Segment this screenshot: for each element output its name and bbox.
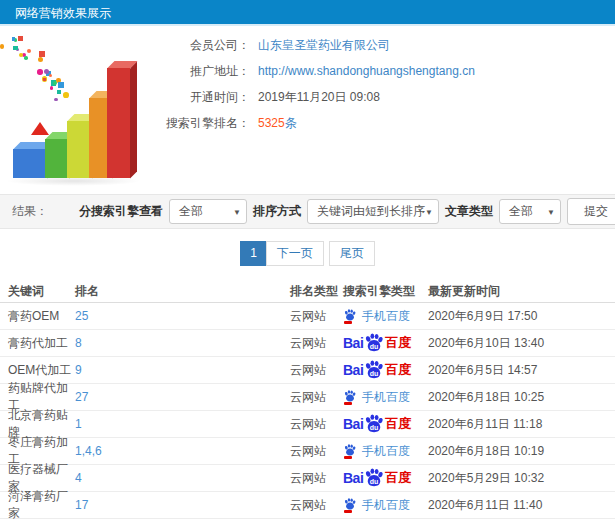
article-type-value: 全部: [509, 204, 533, 218]
confetti-dot: [54, 98, 57, 101]
keyword-rank-table: 关键词 排名 排名类型 搜索引擎类型 最新更新时间 膏药OEM 25 云网站: [0, 280, 615, 519]
svg-text:du: du: [370, 477, 379, 484]
baidu-paw-icon: [343, 309, 357, 321]
page-title: 网络营销效果展示: [15, 6, 111, 20]
info-row-company: 会员公司： 山东皇圣堂药业有限公司: [158, 32, 475, 58]
update-time-text: 2020年6月18日 10:19: [428, 444, 544, 458]
rank-type-text: 云网站: [290, 363, 326, 377]
title-bar: 网络营销效果展示: [0, 0, 615, 26]
baidu-paw-icon: du: [364, 360, 384, 379]
sort-value: 关键词由短到长排序: [317, 204, 425, 218]
chevron-down-icon: ▼: [425, 200, 433, 225]
confetti-dot: [27, 49, 31, 53]
company-link[interactable]: 山东皇圣堂药业有限公司: [258, 32, 390, 58]
table-row: 医疗器械厂家 4 云网站 Bai du 百度 2020年5月29日 10:32: [0, 465, 615, 492]
open-time-value: 2019年11月20日 09:08: [258, 84, 380, 110]
column-header-keyword: 关键词: [0, 283, 75, 300]
table-row: 北京膏药贴牌 1 云网站 Bai du 百度 2020年6月11日 11:18: [0, 411, 615, 438]
confetti-dot: [57, 90, 61, 94]
rank-link[interactable]: 9: [75, 363, 82, 377]
rank-link[interactable]: 17: [75, 498, 88, 512]
sort-select[interactable]: 关键词由短到长排序 ▼: [307, 199, 439, 224]
baidu-pc-logo-icon: Bai du 百度: [343, 414, 411, 435]
rank-type-text: 云网站: [290, 444, 326, 458]
chevron-down-icon: ▼: [547, 200, 555, 225]
chart-bar-red: [107, 68, 130, 178]
rank-type-text: 云网站: [290, 390, 326, 404]
rank-type-text: 云网站: [290, 471, 326, 485]
rank-link[interactable]: 1,4,6: [75, 444, 102, 458]
column-header-engine-type: 搜索引擎类型: [343, 283, 428, 300]
table-header-row: 关键词 排名 排名类型 搜索引擎类型 最新更新时间: [0, 280, 615, 303]
promotion-url-link[interactable]: http://www.shandonghuangshengtang.cn: [258, 58, 475, 84]
confetti-dot: [53, 81, 57, 85]
filter-bar: 结果： 分搜索引擎查看 全部 ▼ 排序方式 关键词由短到长排序 ▼ 文章类型 全…: [0, 194, 615, 229]
promotion-url-label: 推广地址：: [158, 58, 250, 84]
engine-filter-label: 分搜索引擎查看: [79, 203, 163, 220]
svg-text:du: du: [370, 423, 379, 430]
chart-bar-green: [45, 139, 69, 178]
confetti-dot: [43, 78, 46, 81]
open-time-label: 开通时间：: [158, 84, 250, 110]
baidu-red-mark: [344, 510, 352, 513]
engine-rank-label: 搜索引擎排名：: [158, 110, 250, 136]
baidu-paw-icon: [343, 390, 357, 402]
update-time-text: 2020年6月5日 14:57: [428, 363, 537, 377]
result-label: 结果：: [12, 203, 48, 220]
confetti-dot: [37, 69, 42, 74]
update-time-text: 2020年6月10日 13:40: [428, 336, 544, 350]
table-row: 膏药OEM 25 云网站 手机百度 2020年6月9日 17:50: [0, 303, 615, 330]
rank-link[interactable]: 4: [75, 471, 82, 485]
svg-text:du: du: [370, 342, 379, 349]
keyword-text: 膏药OEM: [8, 309, 59, 323]
engine-rank-count-link[interactable]: 5325条: [258, 110, 297, 136]
article-type-label: 文章类型: [445, 203, 493, 220]
article-type-select[interactable]: 全部 ▼: [499, 199, 561, 224]
update-time-text: 2020年6月9日 17:50: [428, 309, 537, 323]
next-page-button[interactable]: 下一页: [266, 241, 324, 266]
member-info-panel: 会员公司： 山东皇圣堂药业有限公司 推广地址： http://www.shand…: [158, 32, 475, 136]
page-button-current[interactable]: 1: [240, 241, 267, 266]
filter-controls: 分搜索引擎查看 全部 ▼ 排序方式 关键词由短到长排序 ▼ 文章类型 全部 ▼ …: [79, 198, 615, 225]
baidu-paw-icon: [343, 498, 357, 510]
confetti-dot: [24, 56, 27, 59]
baidu-paw-icon: du: [364, 414, 384, 433]
baidu-paw-icon: [343, 444, 357, 456]
confetti-dot: [63, 92, 69, 98]
submit-button[interactable]: 提交: [567, 198, 615, 225]
update-time-text: 2020年6月11日 11:18: [428, 417, 542, 431]
rank-link[interactable]: 1: [75, 417, 82, 431]
table-body: 膏药OEM 25 云网站 手机百度 2020年6月9日 17:50: [0, 303, 615, 519]
engine-filter-select[interactable]: 全部 ▼: [169, 199, 247, 224]
rank-link[interactable]: 27: [75, 390, 88, 404]
baidu-pc-logo-icon: Bai du 百度: [343, 468, 411, 489]
update-time-text: 2020年5月29日 10:32: [428, 471, 544, 485]
column-header-update-time: 最新更新时间: [428, 283, 615, 300]
baidu-paw-icon: du: [364, 468, 384, 487]
info-row-open-time: 开通时间： 2019年11月20日 09:08: [158, 84, 475, 110]
baidu-red-mark: [344, 321, 352, 324]
table-row: OEM代加工 9 云网站 Bai du 百度 2020年6月5日 14:57: [0, 357, 615, 384]
rank-type-text: 云网站: [290, 309, 326, 323]
confetti-dot: [49, 74, 52, 77]
rank-type-text: 云网站: [290, 498, 326, 512]
table-row: 膏药代加工 8 云网站 Bai du 百度 2020年6月10日 13:40: [0, 330, 615, 357]
baidu-red-mark: [344, 456, 352, 459]
table-row: 菏泽膏药厂家 17 云网站 手机百度 2020年6月11日 11:: [0, 492, 615, 519]
confetti-dot: [18, 36, 23, 41]
chart-bar-blue: [13, 149, 47, 178]
rank-link[interactable]: 8: [75, 336, 82, 350]
company-label: 会员公司：: [158, 32, 250, 58]
rank-link[interactable]: 25: [75, 309, 88, 323]
column-header-rank-type: 排名类型: [290, 283, 343, 300]
confetti-dot: [13, 46, 17, 50]
info-row-engine-rank: 搜索引擎排名： 5325条: [158, 110, 475, 136]
update-time-text: 2020年6月11日 11:40: [428, 498, 542, 512]
keyword-text: OEM代加工: [8, 363, 71, 377]
confetti-dot: [12, 37, 16, 41]
table-row: 药贴牌代加工 27 云网站 手机百度 2020年6月18日 10:: [0, 384, 615, 411]
svg-text:du: du: [370, 369, 379, 376]
last-page-button[interactable]: 尾页: [329, 241, 375, 266]
baidu-paw-icon: du: [364, 333, 384, 352]
rank-unit: 条: [285, 116, 297, 130]
